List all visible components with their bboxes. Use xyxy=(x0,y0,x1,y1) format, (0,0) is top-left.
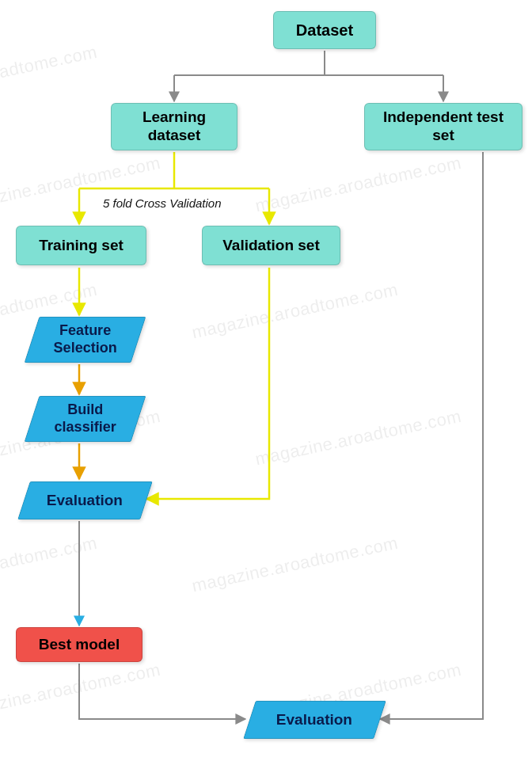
flowchart-canvas: magazine.aroadtome.com magazine.aroadtom… xyxy=(0,0,532,780)
watermark: magazine.aroadtome.com xyxy=(0,533,99,597)
node-dataset: Dataset xyxy=(273,11,376,49)
watermark: magazine.aroadtome.com xyxy=(190,533,400,597)
watermark: magazine.aroadtome.com xyxy=(0,660,162,724)
node-evaluation-1-label: Evaluation xyxy=(47,492,123,510)
watermark: magazine.aroadtome.com xyxy=(253,406,463,470)
label-cross-validation: 5 fold Cross Validation xyxy=(103,196,222,210)
node-training-set: Training set xyxy=(16,226,146,265)
node-independent-test-set: Independent test set xyxy=(364,103,522,150)
node-evaluation-2: Evaluation xyxy=(243,701,386,739)
node-validation-set: Validation set xyxy=(202,226,340,265)
node-evaluation-1: Evaluation xyxy=(17,481,153,519)
watermark: magazine.aroadtome.com xyxy=(190,280,400,344)
node-learning-dataset: Learning dataset xyxy=(111,103,238,150)
watermark: magazine.aroadtome.com xyxy=(253,153,463,217)
node-feature-selection-label: Feature Selection xyxy=(40,322,130,356)
node-best-model: Best model xyxy=(16,627,142,662)
node-feature-selection: Feature Selection xyxy=(25,317,146,363)
node-build-classifier: Build classifier xyxy=(25,396,146,442)
node-evaluation-2-label: Evaluation xyxy=(276,711,352,729)
node-build-classifier-label: Build classifier xyxy=(40,401,130,436)
watermark: magazine.aroadtome.com xyxy=(0,42,99,106)
